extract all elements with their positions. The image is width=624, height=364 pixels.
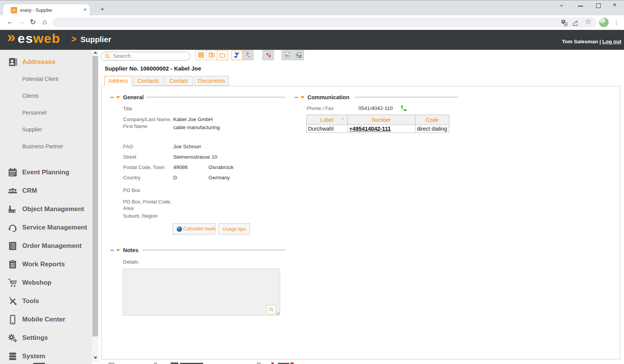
usage-tips-button[interactable]: Usage tips (218, 223, 250, 234)
sidebar-item-potential-client[interactable]: Potential Client (22, 75, 58, 83)
field-label-details: Details (123, 259, 138, 265)
server-stack-icon (7, 351, 18, 362)
collapse-dash-icon[interactable] (110, 97, 114, 98)
user-name: Tom Salesman (562, 39, 598, 44)
sidebar-item-supplier[interactable]: Supplier (22, 126, 42, 133)
excel-icon (296, 52, 302, 58)
field-label-country: Country (123, 175, 141, 180)
tab-documents[interactable]: Documents (194, 76, 229, 86)
tab-address[interactable]: Address (104, 76, 132, 86)
document-list-icon (7, 241, 18, 251)
view-cards-button[interactable] (206, 50, 217, 60)
format-sort-icon (265, 52, 271, 58)
profile-avatar[interactable] (599, 18, 609, 27)
tab-contact[interactable]: Contact (164, 76, 193, 86)
field-label-postal: Postal Code, Town (123, 164, 164, 170)
field-value-firstname: cable manufacturing (173, 125, 220, 130)
collapse-triangle-icon[interactable] (301, 96, 304, 99)
field-label-street: Street (123, 154, 136, 160)
field-label-title: Title (123, 106, 132, 111)
search-icon (105, 54, 110, 59)
smartphone-icon (7, 314, 18, 325)
col-header-label[interactable]: Label^ (307, 115, 348, 125)
browser-menu-icon[interactable]: ⋮ (614, 19, 619, 26)
scroll-down-icon[interactable] (94, 357, 97, 359)
excel-export-button[interactable] (293, 50, 304, 60)
calculate-route-button[interactable]: Calculate route (172, 223, 215, 234)
sidebar: Addresses Potential Client Clients Perso… (0, 0, 92, 364)
sidebar-item-clients[interactable]: Clients (22, 92, 39, 100)
sidebar-item-crm[interactable]: CRM (22, 186, 37, 195)
filter-clear-icon (245, 52, 251, 58)
card-view-icon (209, 52, 215, 58)
field-value-postal-code: 49086 (173, 164, 188, 170)
headset-icon (7, 222, 18, 233)
bookmark-star-icon[interactable]: ☆ (585, 17, 591, 26)
calendar-icon (7, 167, 18, 178)
field-label-firstname: First Name (123, 123, 148, 129)
filter-on-button[interactable] (232, 50, 243, 60)
browser-toolbar: ← → ↻ ⌂ ☆ ⋮ (0, 0, 624, 30)
sidebar-item-event-planning[interactable]: Event Planning (22, 168, 69, 177)
sidebar-item-work-reports[interactable]: Work Reports (22, 260, 65, 269)
format-sort-button[interactable] (263, 50, 274, 60)
section-title-general: General (123, 94, 144, 100)
col-header-number[interactable]: Number (348, 115, 415, 125)
col-header-code[interactable]: Code (415, 115, 449, 125)
globe-icon (176, 226, 182, 232)
list-view-icon (198, 52, 204, 58)
collapse-triangle-icon[interactable] (116, 96, 120, 99)
collapse-dash-icon[interactable] (110, 250, 114, 251)
sidebar-item-mobile-center[interactable]: Mobile Center (22, 315, 65, 324)
field-value-street: Siemensstrasse 10 (173, 154, 217, 160)
contact-card-icon (7, 57, 18, 67)
section-title-notes: Notes (123, 247, 138, 253)
sidebar-item-personnel[interactable]: Personnel (22, 109, 46, 116)
search-input[interactable] (113, 52, 186, 60)
sidebar-item-object-management[interactable]: Object Management (22, 205, 84, 214)
collapse-triangle-icon[interactable] (116, 249, 120, 252)
scroll-up-icon[interactable] (94, 51, 97, 54)
factory-icon (7, 204, 18, 215)
report-button[interactable] (282, 50, 292, 60)
translate-icon[interactable] (561, 20, 568, 26)
sidebar-item-order-management[interactable]: Order Management (22, 241, 82, 251)
logout-link[interactable]: Log out (603, 39, 621, 44)
field-label-pobox-postal: PO Box, Postal Code, (123, 199, 171, 205)
textarea-zoom-button[interactable] (267, 305, 276, 314)
clipboard-icon (7, 259, 18, 270)
sidebar-item-system[interactable]: System (22, 352, 45, 361)
phone-number-link[interactable]: +495414042-111 (349, 126, 391, 132)
view-folder-button[interactable] (217, 50, 228, 60)
magnifier-icon (269, 307, 274, 312)
sidebar-item-tools[interactable]: Tools (22, 297, 39, 306)
app-header: » esweb > Supplier Tom Salesman | Log ou… (0, 30, 624, 50)
filter-off-button[interactable] (242, 50, 253, 60)
tools-icon (7, 296, 18, 307)
section-line (142, 250, 286, 250)
address-bar[interactable] (53, 18, 597, 28)
resize-handle[interactable] (276, 312, 279, 315)
section-line (146, 97, 286, 97)
field-label-phone-fax: Phone / Fax (307, 105, 333, 111)
sidebar-item-service-management[interactable]: Service Management (22, 223, 87, 232)
field-label-fao: FAO (123, 144, 133, 149)
report-icon (284, 52, 291, 58)
sidebar-item-business-partner[interactable]: Business Partner (22, 143, 63, 150)
sidebar-item-settings[interactable]: Settings (22, 333, 48, 343)
application-window: » eserp - Supplier × + × ← → ↻ ⌂ ☆ ⋮ » e (0, 0, 624, 364)
collapse-dash-icon[interactable] (295, 97, 298, 98)
view-list-button[interactable] (195, 50, 207, 60)
cell-code: direct dialing (415, 125, 449, 133)
sidebar-item-webshop[interactable]: Webshop (22, 278, 51, 287)
sort-asc-icon: ^ (342, 117, 343, 122)
details-textarea[interactable] (123, 269, 280, 316)
tab-contacts[interactable]: Contacts (133, 76, 163, 86)
phone-call-icon[interactable] (400, 105, 407, 112)
field-value-town: Osnabrück (209, 164, 233, 170)
cell-label: Durchwahl (307, 125, 348, 133)
scrollbar-thumb[interactable] (92, 56, 98, 336)
gears-icon (7, 333, 18, 343)
sidebar-item-addresses[interactable]: Addresses (22, 57, 56, 67)
share-icon[interactable] (572, 20, 579, 26)
